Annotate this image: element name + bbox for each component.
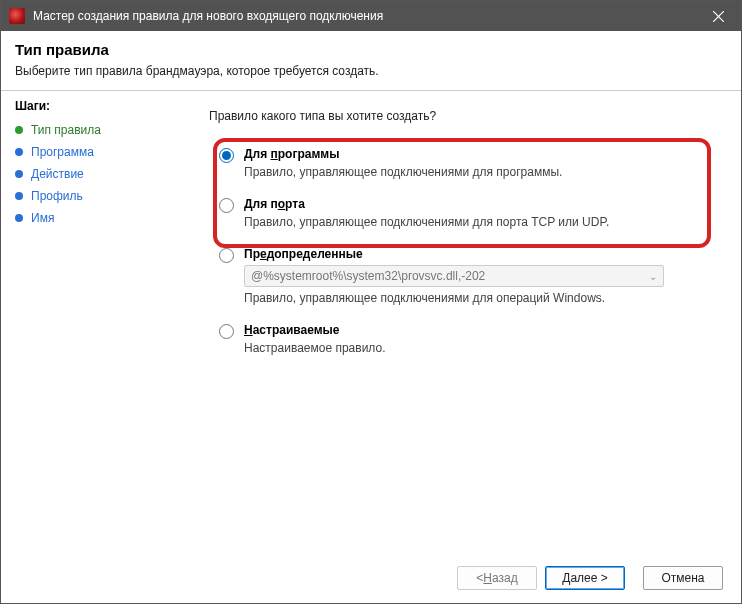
firewall-icon [9, 8, 25, 24]
steps-title: Шаги: [15, 99, 201, 113]
step-bullet-icon [15, 126, 23, 134]
option-title: Предопределенные [244, 247, 711, 261]
step-label: Профиль [31, 189, 83, 203]
option-title: Для порта [244, 197, 711, 211]
options-group: Для программы Правило, управляющее подкл… [209, 145, 717, 357]
main-panel: Правило какого типа вы хотите создать? Д… [201, 91, 741, 551]
step-program[interactable]: Программа [15, 141, 201, 163]
option-desc: Настраиваемое правило. [244, 341, 711, 355]
step-label: Имя [31, 211, 54, 225]
window-title: Мастер создания правила для нового входя… [33, 9, 695, 23]
footer: < Назад Далее > Отмена [1, 551, 741, 603]
next-button[interactable]: Далее > [545, 566, 625, 590]
option-custom[interactable]: Настраиваемые Настраиваемое правило. [209, 321, 717, 357]
cancel-button[interactable]: Отмена [643, 566, 723, 590]
step-label: Тип правила [31, 123, 101, 137]
radio-predefined[interactable] [219, 248, 234, 263]
option-program[interactable]: Для программы Правило, управляющее подкл… [209, 145, 717, 181]
header: Тип правила Выберите тип правила брандма… [1, 31, 741, 91]
back-button[interactable]: < Назад [457, 566, 537, 590]
option-predefined[interactable]: Предопределенные @%systemroot%\system32\… [209, 245, 717, 307]
page-subtitle: Выберите тип правила брандмауэра, которо… [15, 64, 727, 78]
option-desc: Правило, управляющее подключениями для о… [244, 291, 711, 305]
page-title: Тип правила [15, 41, 727, 58]
titlebar: Мастер создания правила для нового входя… [1, 1, 741, 31]
predefined-dropdown[interactable]: @%systemroot%\system32\provsvc.dll,-202 … [244, 265, 664, 287]
chevron-down-icon: ⌄ [649, 271, 657, 282]
option-desc: Правило, управляющее подключениями для п… [244, 165, 711, 179]
body: Шаги: Тип правила Программа Действие Про… [1, 91, 741, 551]
step-profile[interactable]: Профиль [15, 185, 201, 207]
option-desc: Правило, управляющее подключениями для п… [244, 215, 711, 229]
step-action[interactable]: Действие [15, 163, 201, 185]
step-name[interactable]: Имя [15, 207, 201, 229]
radio-program[interactable] [219, 148, 234, 163]
option-title: Настраиваемые [244, 323, 711, 337]
step-bullet-icon [15, 148, 23, 156]
step-rule-type[interactable]: Тип правила [15, 119, 201, 141]
step-label: Действие [31, 167, 84, 181]
option-title: Для программы [244, 147, 711, 161]
close-icon [713, 11, 724, 22]
option-port[interactable]: Для порта Правило, управляющее подключен… [209, 195, 717, 231]
close-button[interactable] [695, 1, 741, 31]
step-bullet-icon [15, 170, 23, 178]
radio-port[interactable] [219, 198, 234, 213]
step-label: Программа [31, 145, 94, 159]
prompt-text: Правило какого типа вы хотите создать? [209, 109, 717, 123]
step-bullet-icon [15, 192, 23, 200]
dropdown-value: @%systemroot%\system32\provsvc.dll,-202 [251, 269, 485, 283]
step-bullet-icon [15, 214, 23, 222]
radio-custom[interactable] [219, 324, 234, 339]
wizard-window: Мастер создания правила для нового входя… [0, 0, 742, 604]
steps-panel: Шаги: Тип правила Программа Действие Про… [1, 91, 201, 551]
